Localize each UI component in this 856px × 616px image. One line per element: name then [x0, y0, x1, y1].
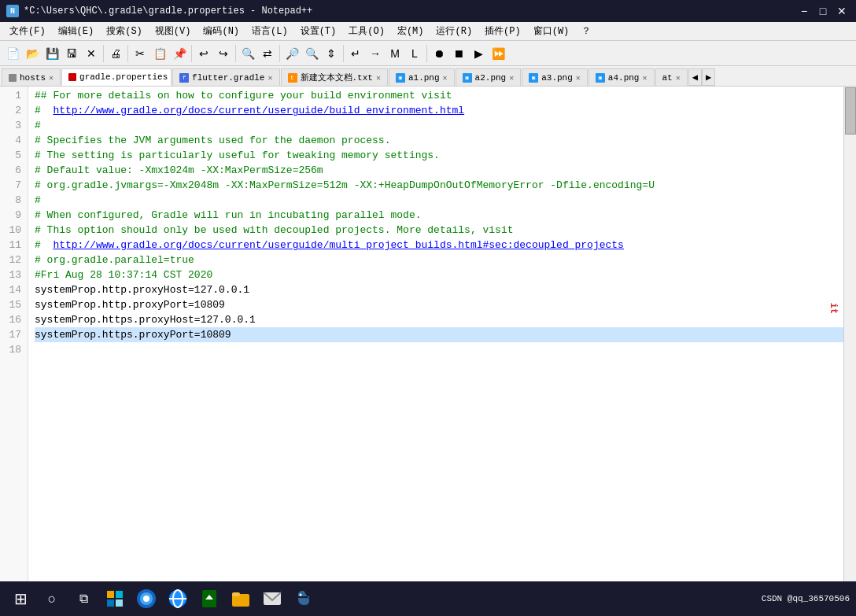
toolbar-redo[interactable]: ↪: [214, 44, 233, 63]
tab-a2-png[interactable]: ▣ a2.png ✕: [456, 68, 522, 86]
menu-settings[interactable]: 设置(T): [294, 23, 343, 39]
tab-icon-new-text: t: [288, 73, 297, 83]
toolbar-save-all[interactable]: 🖫: [62, 44, 81, 63]
tab-nav-left[interactable]: ◀: [688, 68, 702, 86]
tab-hosts[interactable]: hosts ✕: [2, 68, 61, 86]
taskbar-app-ie[interactable]: [164, 585, 192, 613]
toolbar-zoom-in[interactable]: 🔎: [282, 44, 301, 63]
search-button[interactable]: ○: [38, 585, 66, 613]
toolbar-new[interactable]: 📄: [3, 44, 22, 63]
taskbar-app-folder[interactable]: [227, 585, 255, 613]
tab-label-a1-png: a1.png: [408, 73, 440, 83]
taskbar-taskview[interactable]: ⧉: [69, 585, 98, 613]
code-line-14: systemProp.http.proxyHost=127.0.0.1: [35, 282, 843, 297]
tab-close-flutter-gradle[interactable]: ✕: [268, 73, 272, 83]
tab-flutter-gradle[interactable]: f flutter.gradle ✕: [172, 68, 279, 86]
toolbar-indent[interactable]: →: [366, 44, 385, 63]
toolbar-sep-7: [426, 45, 427, 62]
menu-window[interactable]: 窗口(W): [527, 23, 576, 39]
line-number-14: 14: [3, 282, 21, 297]
menu-run[interactable]: 运行(R): [430, 23, 478, 39]
taskbar-app-bookmark[interactable]: [195, 585, 223, 613]
menu-help[interactable]: ？: [575, 23, 597, 39]
minimize-button[interactable]: −: [796, 3, 812, 19]
tab-gradle-properties[interactable]: gradle.properties ✕: [61, 68, 172, 86]
menu-edit[interactable]: 编辑(E): [52, 23, 101, 39]
menu-macro[interactable]: 宏(M): [391, 23, 430, 39]
menu-language[interactable]: 语言(L): [245, 23, 294, 39]
code-area[interactable]: ## For more details on how to configure …: [28, 87, 843, 581]
tab-label-a2-png: a2.png: [475, 73, 507, 83]
toolbar-markup[interactable]: M: [386, 44, 404, 63]
editor-container: 123456789101112131415161718 ## For more …: [0, 87, 856, 581]
menu-search[interactable]: 搜索(S): [100, 23, 149, 39]
svg-rect-3: [116, 599, 123, 607]
tab-at[interactable]: at ✕: [655, 68, 688, 86]
toolbar-sync-scroll[interactable]: ⇕: [322, 44, 341, 63]
tab-close-a3-png[interactable]: ✕: [576, 73, 581, 83]
maximize-button[interactable]: □: [815, 3, 831, 19]
tabbar: hosts ✕ gradle.properties ✕ f flutter.gr…: [0, 66, 856, 87]
tab-new-text[interactable]: t 新建文本文档.txt ✕: [281, 68, 388, 86]
svg-rect-0: [107, 591, 114, 598]
tab-a3-png[interactable]: ▣ a3.png ✕: [522, 68, 588, 86]
code-line-3: #: [35, 118, 843, 133]
start-button[interactable]: ⊞: [6, 585, 35, 613]
menu-file[interactable]: 文件(F): [3, 23, 52, 39]
toolbar-zoom-out[interactable]: 🔍: [302, 44, 321, 63]
titlebar-left: N *C:\Users\QHC\.gradle\gradle.propertie…: [6, 5, 312, 17]
tab-icon-a2-png: ▣: [463, 73, 472, 83]
tab-close-hosts[interactable]: ✕: [49, 73, 54, 83]
toolbar-print[interactable]: 🖨: [106, 44, 125, 63]
close-button[interactable]: ✕: [834, 3, 850, 19]
taskbar-app-explorer[interactable]: [101, 585, 129, 613]
toolbar-save[interactable]: 💾: [42, 44, 61, 63]
tab-label-a3-png: a3.png: [541, 73, 573, 83]
tab-close-a2-png[interactable]: ✕: [509, 73, 514, 83]
menu-tools[interactable]: 工具(O): [342, 23, 391, 39]
toolbar-cut[interactable]: ✂: [131, 44, 149, 63]
tab-close-a1-png[interactable]: ✕: [443, 73, 448, 83]
tab-close-a4-png[interactable]: ✕: [642, 73, 647, 83]
taskbar-app-python[interactable]: [290, 585, 318, 613]
taskbar-app-email[interactable]: [258, 585, 286, 613]
toolbar-find[interactable]: 🔍: [238, 44, 257, 63]
toolbar-sep-1: [103, 45, 104, 62]
toolbar-replace[interactable]: ⇄: [258, 44, 277, 63]
svg-point-6: [143, 596, 149, 602]
tab-nav-right[interactable]: ▶: [702, 68, 715, 86]
line-number-12: 12: [3, 253, 21, 267]
tab-a4-png[interactable]: ▣ a4.png ✕: [588, 68, 655, 86]
toolbar-close[interactable]: ✕: [82, 44, 101, 63]
scrollbar-y[interactable]: [843, 87, 856, 581]
toolbar-copy[interactable]: 📋: [150, 44, 169, 63]
tab-close-at[interactable]: ✕: [676, 73, 681, 83]
code-line-5: # The setting is particularly useful for…: [35, 148, 843, 163]
toolbar-lang[interactable]: L: [405, 44, 424, 63]
menu-encode[interactable]: 编码(N): [197, 23, 245, 39]
toolbar: 📄 📂 💾 🖫 ✕ 🖨 ✂ 📋 📌 ↩ ↪ 🔍 ⇄ 🔎 🔍 ⇕ ↵ → M L …: [0, 41, 856, 66]
line-number-13: 13: [3, 267, 21, 282]
toolbar-macro-record[interactable]: ⏺: [430, 44, 448, 63]
menu-plugins[interactable]: 插件(P): [478, 23, 527, 39]
toolbar-open[interactable]: 📂: [23, 44, 42, 63]
toolbar-macro-stop[interactable]: ⏹: [449, 44, 468, 63]
svg-rect-2: [107, 599, 114, 607]
scrollbar-thumb[interactable]: [845, 87, 856, 135]
tab-close-gradle-properties[interactable]: ✕: [171, 72, 172, 82]
toolbar-paste[interactable]: 📌: [170, 44, 189, 63]
toolbar-undo[interactable]: ↩: [194, 44, 213, 63]
watermark: it: [828, 302, 839, 313]
tab-a1-png[interactable]: ▣ a1.png ✕: [389, 68, 455, 86]
code-line-7: # org.gradle.jvmargs=-Xmx2048m -XX:MaxPe…: [35, 178, 843, 193]
toolbar-macro-play[interactable]: ▶: [469, 44, 488, 63]
toolbar-macro-run[interactable]: ⏩: [489, 44, 507, 63]
code-line-16: systemProp.https.proxyHost=127.0.0.1: [35, 312, 843, 327]
tab-label-gradle-properties: gradle.properties: [79, 72, 168, 82]
menu-view[interactable]: 视图(V): [149, 23, 197, 39]
toolbar-wrap[interactable]: ↵: [346, 44, 365, 63]
taskbar-app-kde[interactable]: [132, 585, 160, 613]
line-number-17: 17: [3, 327, 21, 342]
tab-close-new-text[interactable]: ✕: [376, 73, 381, 83]
toolbar-sep-6: [343, 45, 344, 62]
